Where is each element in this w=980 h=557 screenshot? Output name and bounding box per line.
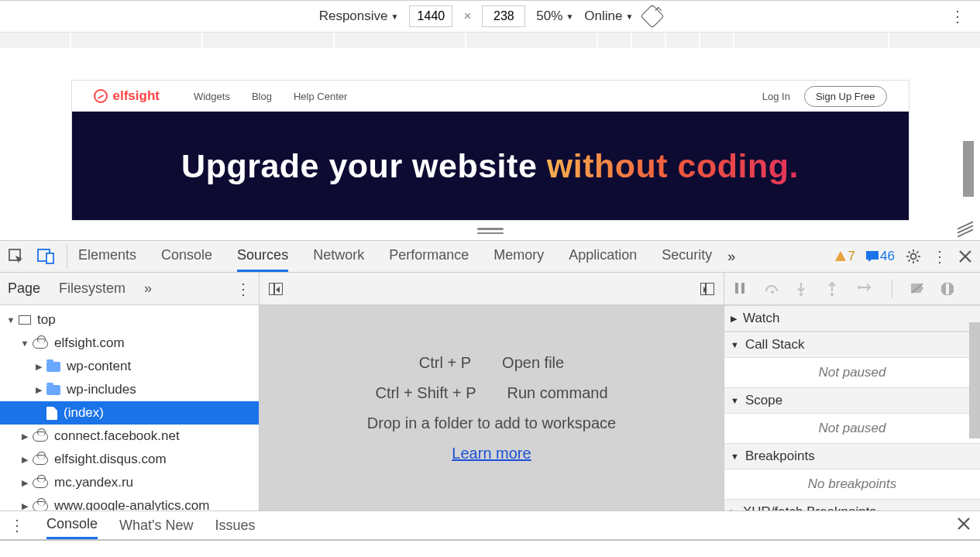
callstack-msg: Not paused — [724, 358, 980, 387]
login-link[interactable]: Log In — [762, 91, 790, 102]
msg-count: 46 — [880, 249, 895, 264]
step-icon[interactable] — [858, 282, 872, 296]
svg-line-10 — [916, 260, 918, 261]
section-callstack[interactable]: ▼Call Stack — [724, 332, 980, 358]
svg-point-23 — [858, 286, 861, 289]
tab-application[interactable]: Application — [569, 241, 637, 272]
tab-filesystem[interactable]: Filesystem — [59, 280, 126, 297]
more-tabs-icon[interactable]: » — [144, 280, 152, 297]
step-out-icon[interactable] — [827, 282, 841, 296]
section-watch[interactable]: ▶Watch — [724, 305, 980, 332]
scope-msg: Not paused — [724, 414, 980, 443]
signup-button[interactable]: Sign Up Free — [804, 86, 887, 107]
brand-logo[interactable]: elfsight — [94, 88, 160, 104]
cloud-icon — [33, 432, 48, 442]
drawer-tab-console[interactable]: Console — [46, 511, 98, 539]
close-icon[interactable] — [957, 517, 971, 535]
collapse-right-icon[interactable] — [700, 283, 714, 295]
pause-exceptions-icon[interactable] — [940, 282, 954, 296]
svg-rect-16 — [741, 283, 744, 294]
kebab-menu-icon[interactable]: ⋮ — [236, 280, 251, 298]
breakpoints-msg: No breakpoints — [724, 469, 980, 499]
tab-sources[interactable]: Sources — [237, 241, 288, 272]
svg-rect-27 — [947, 284, 949, 287]
cloud-icon — [33, 501, 48, 511]
shortcut-key: Ctrl + Shift + P — [375, 384, 476, 402]
throttle-dropdown[interactable]: Online ▼ — [584, 9, 633, 24]
tree-domain[interactable]: ▶connect.facebook.net — [0, 425, 259, 448]
tab-performance[interactable]: Performance — [389, 241, 469, 272]
deactivate-bp-icon[interactable] — [910, 282, 923, 296]
site-frame[interactable]: elfsight Widgets Blog Help Center Log In… — [72, 81, 909, 220]
tab-memory[interactable]: Memory — [493, 241, 544, 272]
device-toggle-icon[interactable] — [37, 249, 56, 264]
preview-scrollbar[interactable] — [963, 141, 974, 197]
tab-elements[interactable]: Elements — [78, 241, 136, 272]
cloud-icon — [33, 455, 48, 465]
file-icon — [46, 407, 57, 420]
step-into-icon[interactable] — [796, 282, 810, 296]
kebab-menu-icon[interactable]: ⋮ — [932, 247, 947, 266]
tree-top[interactable]: ▼top — [0, 308, 259, 332]
editor-pane: Ctrl + P Open file Ctrl + Shift + P Run … — [260, 273, 724, 511]
tree-domain[interactable]: ▶elfsight.disqus.com — [0, 448, 259, 471]
shortcut-key: Ctrl + P — [419, 354, 471, 372]
tree-domain[interactable]: ▶www.google-analytics.com — [0, 494, 259, 511]
cloud-icon — [33, 339, 48, 349]
debugger-pane: ▶Watch ▼Call Stack Not paused ▼Scope Not… — [724, 273, 980, 511]
editor-placeholder: Ctrl + P Open file Ctrl + Shift + P Run … — [260, 305, 724, 511]
site-header: elfsight Widgets Blog Help Center Log In… — [72, 81, 909, 112]
tab-page[interactable]: Page — [8, 280, 40, 297]
tab-security[interactable]: Security — [662, 241, 712, 272]
folder-icon — [46, 385, 60, 395]
resize-handle-icon[interactable] — [957, 225, 974, 234]
drag-handle-icon[interactable] — [477, 228, 504, 234]
cloud-icon — [33, 478, 48, 488]
svg-line-11 — [909, 260, 910, 261]
more-menu-icon[interactable]: ⋮ — [950, 7, 965, 26]
step-over-icon[interactable] — [765, 282, 779, 296]
nav-link[interactable]: Help Center — [294, 91, 347, 102]
messages-badge[interactable]: 46 — [866, 249, 895, 264]
nav-links: Widgets Blog Help Center — [194, 91, 347, 102]
rotate-icon[interactable] — [641, 4, 665, 28]
brand-text: elfsight — [113, 88, 160, 104]
nav-link[interactable]: Blog — [252, 91, 272, 102]
tree-folder[interactable]: ▶wp-content — [0, 355, 259, 378]
warning-icon — [834, 250, 847, 263]
svg-point-19 — [799, 293, 803, 296]
warnings-badge[interactable]: 7 — [834, 249, 855, 264]
tree-folder[interactable]: ▶wp-includes — [0, 378, 259, 401]
zoom-dropdown[interactable]: 50% ▼ — [536, 9, 573, 24]
collapse-left-icon[interactable] — [269, 283, 283, 295]
file-tree: ▼top ▼elfsight.com ▶wp-content ▶wp-inclu… — [0, 305, 259, 511]
device-toolbar: Responsive ▼ × 50% ▼ Online ▼ ⋮ — [0, 0, 980, 33]
kebab-menu-icon[interactable]: ⋮ — [9, 516, 25, 535]
gear-icon[interactable] — [906, 249, 921, 264]
height-input[interactable] — [482, 5, 525, 27]
device-dropdown[interactable]: Responsive ▼ — [319, 9, 399, 24]
close-icon[interactable] — [958, 249, 972, 263]
zoom-label: 50% — [536, 9, 562, 24]
more-tabs-icon[interactable]: » — [727, 249, 735, 265]
navigator-pane: Page Filesystem » ⋮ ▼top ▼elfsight.com ▶… — [0, 273, 260, 511]
section-xhr[interactable]: ▶XHR/fetch Breakpoints — [724, 499, 980, 511]
tab-network[interactable]: Network — [313, 241, 364, 272]
drawer-tab-whatsnew[interactable]: What's New — [119, 517, 193, 534]
scrollbar[interactable] — [969, 322, 980, 438]
tab-console[interactable]: Console — [161, 241, 212, 272]
inspect-icon[interactable] — [8, 248, 25, 265]
section-breakpoints[interactable]: ▼Breakpoints — [724, 443, 980, 469]
section-scope[interactable]: ▼Scope — [724, 387, 980, 414]
tree-domain[interactable]: ▼elfsight.com — [0, 332, 259, 355]
learn-more-link[interactable]: Learn more — [452, 445, 531, 462]
svg-line-12 — [916, 252, 918, 253]
pause-icon[interactable] — [734, 282, 748, 296]
tree-file-selected[interactable]: (index) — [0, 401, 259, 425]
tree-domain[interactable]: ▶mc.yandex.ru — [0, 471, 259, 494]
drawer-tab-issues[interactable]: Issues — [215, 517, 256, 534]
svg-rect-2 — [46, 253, 53, 263]
nav-link[interactable]: Widgets — [194, 91, 230, 102]
device-label: Responsive — [319, 9, 388, 24]
width-input[interactable] — [409, 5, 452, 27]
